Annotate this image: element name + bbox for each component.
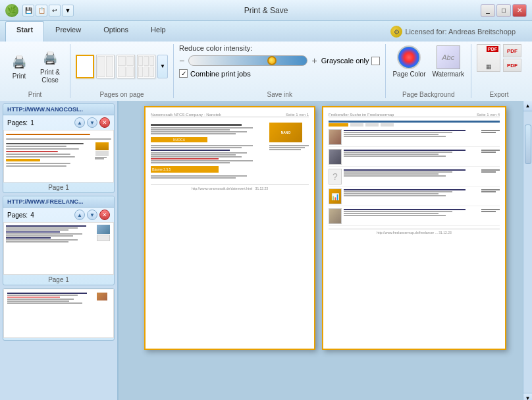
sidebar-delete-btn-0[interactable]: ✕: [99, 117, 110, 128]
pages-on-page-label: Pages on page: [99, 90, 144, 98]
page-background-label: Page Background: [402, 90, 455, 98]
color-intensity-row: Reduce color intensity:: [179, 44, 380, 52]
sidebar-item-extra: [3, 288, 115, 341]
slider-minus[interactable]: −: [179, 55, 184, 66]
maximize-button[interactable]: □: [496, 4, 511, 17]
export-pdf-small-2[interactable]: PDF: [503, 59, 521, 72]
export-pdf-small-1[interactable]: PDF: [503, 44, 521, 57]
minimize-button[interactable]: _: [481, 4, 495, 17]
license-icon: ⚙: [390, 26, 402, 38]
tab-preview[interactable]: Preview: [44, 21, 92, 42]
print-group-label: Print: [28, 90, 42, 98]
slider-row: − + Grayscale only: [179, 55, 380, 66]
title-bar-left: 💾 📋 ↩ ▼: [5, 4, 74, 17]
scroll-thumb[interactable]: [525, 125, 531, 164]
page-thumbs-row: ▼: [76, 55, 168, 78]
page-background-group: Page Color Abc Watermark Page Background: [391, 44, 471, 98]
window-controls: _ □ ✕: [481, 4, 527, 17]
sidebar-pages-count-1: 4: [30, 212, 34, 219]
quick-access-toolbar: 💾 📋 ↩ ▼: [22, 5, 74, 16]
print-buttons: 🖨️ Print 🖨️ Print &Close: [5, 44, 65, 88]
scroll-up-btn[interactable]: ▲: [523, 101, 533, 111]
sidebar-pages-label-0: Pages:: [7, 119, 28, 127]
sidebar-pages-count-0: 1: [30, 119, 34, 127]
close-button[interactable]: ✕: [512, 4, 527, 17]
pdf-icon: PDF ▦: [477, 44, 500, 72]
ribbon-tabs: Start Preview Options Help ⚙ Licensed fo…: [0, 21, 532, 42]
scroll-down-btn[interactable]: ▼: [523, 393, 533, 400]
dropdown-icon[interactable]: ▼: [62, 5, 74, 16]
sidebar-thumbnail-extra: [3, 289, 114, 338]
slider-thumb: [267, 56, 277, 65]
one-page-button[interactable]: [76, 55, 94, 78]
sidebar-down-btn-1[interactable]: ▼: [87, 210, 97, 220]
save-ink-group: Reduce color intensity: − + Grayscale on…: [179, 44, 386, 98]
sidebar-item-0-url: HTTP://WWW.NANOCOSI...: [7, 106, 110, 113]
grayscale-row: Grayscale only: [321, 57, 381, 65]
combine-row: ✓ Combine print jobs: [179, 69, 380, 78]
color-intensity-slider[interactable]: [188, 55, 307, 66]
print-button[interactable]: 🖨️ Print: [5, 50, 33, 83]
print-close-icon: 🖨️: [41, 49, 59, 67]
print-close-button[interactable]: 🖨️ Print &Close: [36, 46, 65, 87]
tab-start[interactable]: Start: [5, 21, 44, 42]
page-color-label: Page Color: [392, 71, 425, 78]
tab-help[interactable]: Help: [140, 21, 177, 42]
export-small-buttons: PDF PDF: [503, 44, 521, 72]
grayscale-checkbox[interactable]: [371, 57, 380, 65]
freelancer-list: ?: [329, 129, 500, 226]
open-icon[interactable]: 📋: [36, 5, 47, 16]
print-label: Print: [13, 72, 26, 80]
combine-label: Combine print jobs: [190, 70, 251, 78]
app-icon: [5, 4, 18, 17]
export-pdf-button[interactable]: PDF ▦: [477, 44, 500, 72]
tab-options[interactable]: Options: [92, 21, 140, 42]
watermark-button[interactable]: Abc Watermark: [431, 44, 466, 80]
four-page-button[interactable]: [117, 55, 135, 78]
printer-icon: 🖨️: [10, 53, 28, 71]
save-ink-controls: Reduce color intensity: − + Grayscale on…: [179, 44, 380, 78]
save-icon[interactable]: 💾: [22, 5, 34, 16]
six-page-button[interactable]: [137, 55, 155, 78]
slider-plus[interactable]: +: [311, 55, 317, 66]
content-area: Nanomosaik NFCS-Company - Nanotek Seite …: [119, 101, 532, 400]
page-footer-1: http://www.nanomosaik.de/datenwert.html …: [151, 185, 309, 190]
save-ink-label: Save ink: [267, 90, 292, 98]
sidebar-delete-btn-1[interactable]: ✕: [99, 210, 110, 220]
preview-page-2: Freiberufler Suche im Freelancermap Seit…: [322, 106, 506, 350]
print-close-label: Print &Close: [40, 69, 60, 84]
export-buttons: PDF ▦ PDF PDF: [477, 44, 521, 72]
page-header-1: Nanomosaik NFCS-Company - Nanotek Seite …: [151, 113, 309, 117]
window-title: Print & Save: [244, 6, 288, 15]
sidebar-up-btn-0[interactable]: ▲: [74, 117, 85, 128]
print-group: 🖨️ Print 🖨️ Print &Close Print: [5, 44, 70, 98]
content-wrapper: Nanomosaik NFCS-Company - Nanotek Seite …: [119, 101, 532, 400]
sidebar-pages-label-1: Pages:: [7, 212, 28, 219]
title-bar: 💾 📋 ↩ ▼ Print & Save _ □ ✕: [0, 0, 532, 21]
export-label: Export: [490, 90, 509, 98]
export-group: PDF ▦ PDF PDF Export: [477, 44, 527, 98]
right-logo: NANO: [269, 123, 309, 179]
page-bg-buttons: Page Color Abc Watermark: [391, 44, 466, 80]
sidebar-down-btn-0[interactable]: ▼: [87, 117, 97, 128]
page-content-2: ?: [329, 120, 500, 226]
page-color-button[interactable]: Page Color: [391, 44, 427, 80]
sidebar-item-0: HTTP://WWW.NANOCOSI... Pages: 1 ▲ ▼ ✕: [3, 103, 115, 193]
combine-checkbox[interactable]: ✓: [179, 69, 188, 78]
print-preview: Nanomosaik NFCS-Company - Nanotek Seite …: [144, 106, 506, 350]
reduce-color-label: Reduce color intensity:: [179, 44, 252, 52]
two-page-button[interactable]: [96, 55, 115, 78]
sidebar-page-label-1: Page 1: [3, 275, 114, 285]
watermark-label: Watermark: [432, 71, 464, 78]
sidebar-item-1: HTTP://WWW.FREELANC... Pages: 4 ▲ ▼ ✕: [3, 196, 115, 285]
vertical-scrollbar[interactable]: ▲ ▼: [523, 101, 532, 400]
pages-dropdown-arrow[interactable]: ▼: [157, 55, 168, 78]
page-header-2: Freiberufler Suche im Freelancermap Seit…: [329, 113, 500, 117]
license-info: ⚙ Licensed for: Andreas Breitschopp: [379, 21, 527, 42]
sidebar-thumbnail-1: [3, 222, 114, 275]
sidebar-page-label-0: Page 1: [3, 183, 114, 192]
sidebar-item-0-info: Pages: 1 ▲ ▼ ✕: [3, 115, 114, 130]
page-color-icon: [397, 45, 421, 69]
sidebar-up-btn-1[interactable]: ▲: [74, 210, 85, 220]
undo-icon[interactable]: ↩: [49, 5, 61, 16]
